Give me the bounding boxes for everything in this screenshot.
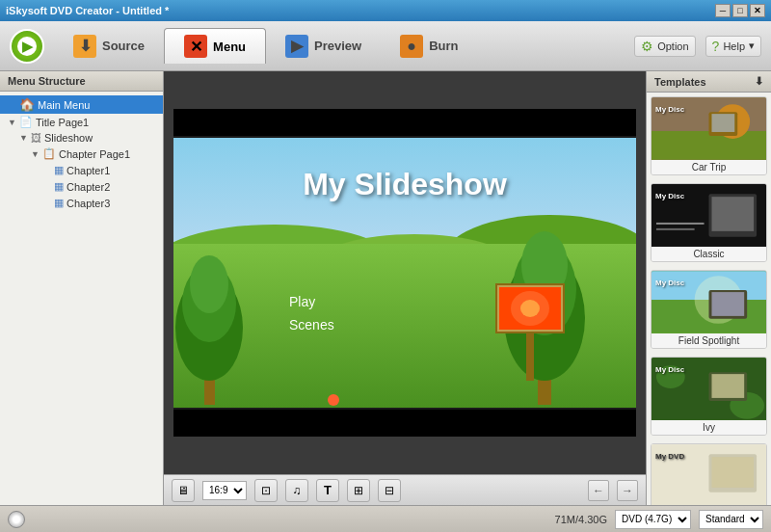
template-field-spotlight[interactable]: My Disc Field Spotlight [651,270,767,349]
background-button[interactable]: ⊡ [254,479,278,502]
title-bar: iSkysoft DVD Creator - Untitled * ─ □ ✕ [0,0,771,21]
burn-icon: ● [400,35,423,58]
tree-label: Title Page1 [36,117,89,128]
aspect-ratio-select[interactable]: 16:9 4:3 [202,481,247,500]
tab-preview-label: Preview [314,39,361,53]
tree-item-slideshow[interactable]: ▼ 🖼 Slideshow [0,130,163,146]
svg-rect-20 [711,197,754,231]
template-ivy[interactable]: My Disc Ivy [651,357,767,436]
chapter-icon: ▦ [54,164,64,176]
tab-menu[interactable]: ✕ Menu [164,28,266,64]
flower-decoration [328,394,339,406]
grid-button[interactable]: ⊞ [347,479,370,502]
layout-icon: ⊟ [385,484,394,497]
close-button[interactable]: ✕ [750,4,765,17]
tree-item-chapter1[interactable]: ▦ Chapter1 [0,162,163,178]
dvd-menu-play[interactable]: Play [289,294,334,309]
bottom-bar [173,410,636,437]
text-icon: T [324,483,332,497]
logo-icon: ▶ [17,37,37,56]
main-content: Menu Structure 🏠 Main Menu ▼ 📄 Title Pag… [0,71,771,505]
expand-icon: ▼ [31,149,42,159]
top-bar [173,109,636,136]
help-button[interactable]: ? Help ▾ [705,36,761,57]
minimize-button[interactable]: ─ [715,4,731,17]
app-title: iSkysoft DVD Creator - Untitled * [6,5,169,16]
tab-source[interactable]: ⬇ Source [54,29,164,64]
svg-rect-21 [656,223,705,225]
option-button[interactable]: ⚙ Option [634,36,695,57]
template-label-classic: Classic [651,247,766,261]
help-icon: ? [712,39,720,54]
help-label: Help [723,40,745,52]
status-size: 71M/4.30G [555,514,607,525]
templates-list[interactable]: My Disc Car Trip My Disc [647,93,771,505]
tab-burn[interactable]: ● Burn [381,29,477,64]
prev-icon: ← [593,484,604,497]
prev-button[interactable]: ← [588,480,609,501]
template-thumb-my-dvd: My DVD [651,444,766,505]
expand-icon: ▼ [8,118,19,127]
disc-type-select[interactable]: DVD (4.7G) DVD (8.5G) [615,510,691,529]
templates-header: Templates ⬇ [647,71,771,93]
tree-label: Chapter1 [66,165,110,176]
svg-rect-22 [656,228,695,230]
canvas-toolbar: 🖥 16:9 4:3 ⊡ ♫ T ⊞ ⊟ ← [164,474,646,505]
dvd-menu-items: Play Scenes [289,294,334,340]
tree-item-main-menu[interactable]: 🏠 Main Menu [0,95,163,114]
thumb-disc-label3: My Disc [655,279,684,287]
status-bar: 71M/4.30G DVD (4.7G) DVD (8.5G) Standard… [0,505,771,532]
tab-source-label: Source [102,39,145,53]
tree-label: Slideshow [44,132,93,144]
text-button[interactable]: T [316,479,339,502]
tree-item-chapter-page1[interactable]: ▼ 📋 Chapter Page1 [0,146,163,162]
aspect-ratio-button[interactable]: 🖥 [172,479,195,502]
dvd-preview: My Slideshow Play Scenes [173,109,636,437]
chapter-page-icon: 📋 [42,147,56,160]
thumb-disc-label2: My Disc [655,192,684,200]
menu-icon: ✕ [184,35,207,58]
svg-rect-32 [711,374,744,398]
dvd-menu-scenes[interactable]: Scenes [289,317,334,332]
tree-item-chapter2[interactable]: ▦ Chapter2 [0,178,163,195]
screen-icon: 🖥 [177,484,189,497]
tree-item-title-page1[interactable]: ▼ 📄 Title Page1 [0,114,163,130]
dvd-title: My Slideshow [173,167,636,202]
chapter-icon: ▦ [54,197,64,209]
template-car-trip[interactable]: My Disc Car Trip [651,96,767,175]
templates-label: Templates [654,76,706,88]
canvas-viewport[interactable]: My Slideshow Play Scenes [164,71,646,474]
quality-select[interactable]: Standard High Best [699,510,763,529]
grid-icon: ⊞ [354,484,363,497]
thumb-disc-label4: My Disc [655,365,684,374]
help-dropdown-icon: ▾ [749,40,755,52]
toolbar-right: ⚙ Option ? Help ▾ [634,36,761,57]
music-button[interactable]: ♫ [285,479,308,502]
template-label-ivy: Ivy [651,420,766,435]
chapter-icon: ▦ [54,180,64,193]
tab-burn-label: Burn [429,39,458,53]
sign-post [492,265,569,384]
tree-label: Chapter Page1 [59,148,130,160]
layout-button[interactable]: ⊟ [378,479,401,502]
template-classic[interactable]: My Disc Classic [651,183,767,262]
next-icon: → [622,484,633,497]
svg-rect-14 [651,131,766,160]
tab-menu-label: Menu [213,40,246,54]
option-label: Option [657,40,688,52]
nav-tabs: ⬇ Source ✕ Menu ▶ Preview ● Burn [54,28,634,64]
tree-left [173,251,246,408]
download-icon[interactable]: ⬇ [755,75,763,88]
template-my-dvd[interactable]: My DVD My DVD [651,443,767,505]
maximize-button[interactable]: □ [732,4,748,17]
slideshow-icon: 🖼 [31,132,41,144]
tree-item-chapter3[interactable]: ▦ Chapter3 [0,195,163,211]
template-thumb-classic: My Disc [651,184,766,247]
app-logo: ▶ [10,29,44,64]
image-icon: ⊡ [261,484,271,497]
tab-preview[interactable]: ▶ Preview [266,29,381,64]
option-icon: ⚙ [641,39,653,54]
next-button[interactable]: → [617,480,638,501]
template-label-field-spotlight: Field Spotlight [651,333,766,348]
svg-point-12 [520,300,540,317]
